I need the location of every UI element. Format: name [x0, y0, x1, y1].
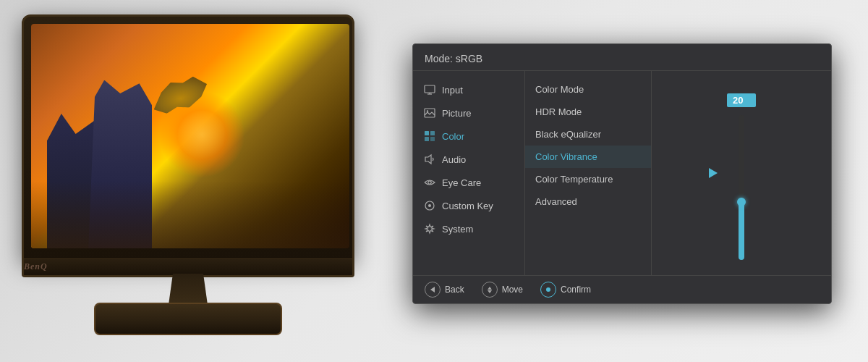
- system-icon: [423, 222, 436, 235]
- audio-icon: [423, 153, 436, 166]
- slider-value: 20: [727, 93, 756, 107]
- footer-confirm: Confirm: [540, 282, 591, 298]
- svg-point-10: [428, 181, 431, 184]
- submenu-hdr-mode[interactable]: HDR Mode: [525, 101, 651, 123]
- nav-item-picture[interactable]: Picture: [413, 101, 524, 125]
- move-label: Move: [502, 285, 523, 295]
- slider-arrow: [709, 168, 718, 178]
- osd-footer: Back Move Confirm: [413, 275, 831, 303]
- nav-system-label: System: [442, 224, 473, 235]
- svg-rect-5: [425, 131, 429, 135]
- move-button-icon[interactable]: [482, 282, 498, 298]
- svg-rect-6: [430, 131, 435, 135]
- nav-item-audio[interactable]: Audio: [413, 148, 524, 171]
- osd-nav: Input Picture Color: [413, 71, 525, 275]
- nav-customkey-label: Custom Key: [442, 201, 493, 211]
- footer-back: Back: [425, 282, 464, 298]
- nav-input-label: Input: [442, 85, 463, 96]
- osd-value-panel: 20: [652, 71, 831, 275]
- submenu-advanced[interactable]: Advanced: [525, 190, 651, 213]
- color-icon: [423, 130, 436, 143]
- eye-icon: [423, 176, 436, 189]
- submenu-black-equalizer[interactable]: Black eQualizer: [525, 123, 651, 146]
- nav-color-label: Color: [442, 131, 464, 142]
- monitor: BenQ: [22, 14, 369, 348]
- back-label: Back: [445, 285, 464, 295]
- monitor-screen: [31, 24, 349, 248]
- slider-thumb: [737, 198, 746, 206]
- slider-track[interactable]: [739, 115, 744, 260]
- svg-point-4: [427, 110, 428, 111]
- picture-icon: [423, 106, 436, 119]
- nav-item-eye-care[interactable]: Eye Care: [413, 171, 524, 194]
- submenu-color-vibrance[interactable]: Color Vibrance: [525, 146, 651, 168]
- svg-point-12: [428, 204, 431, 207]
- monitor-icon: [423, 83, 436, 96]
- submenu-color-mode[interactable]: Color Mode: [525, 78, 651, 101]
- screen-content: [31, 24, 349, 248]
- nav-item-custom-key[interactable]: Custom Key: [413, 194, 524, 217]
- nav-picture-label: Picture: [442, 108, 471, 119]
- svg-rect-3: [425, 109, 435, 117]
- confirm-button-icon[interactable]: [540, 282, 556, 298]
- nav-eyecare-label: Eye Care: [442, 177, 481, 188]
- osd-submenu: Color Mode HDR Mode Black eQualizer Colo…: [525, 71, 652, 275]
- mode-label: Mode: sRGB: [425, 53, 482, 64]
- svg-rect-0: [425, 85, 435, 93]
- main-scene: BenQ Mode: sRGB Input: [0, 0, 868, 362]
- back-button-icon[interactable]: [425, 282, 441, 298]
- screen-fog: [31, 181, 349, 248]
- osd-menu: Mode: sRGB Input Picture: [412, 43, 832, 304]
- monitor-base: [94, 303, 282, 335]
- custom-icon: [423, 199, 436, 212]
- confirm-label: Confirm: [561, 285, 591, 295]
- slider-fill: [739, 202, 744, 260]
- nav-audio-label: Audio: [442, 154, 466, 165]
- confirm-dot-icon: [546, 287, 550, 292]
- monitor-logo: BenQ: [24, 261, 48, 272]
- nav-item-input[interactable]: Input: [413, 78, 524, 101]
- arrow-left-icon: [430, 287, 435, 292]
- osd-body: Input Picture Color: [413, 71, 831, 275]
- svg-rect-7: [425, 137, 429, 141]
- nav-item-system[interactable]: System: [413, 217, 524, 240]
- submenu-color-temperature[interactable]: Color Temperature: [525, 168, 651, 190]
- nav-item-color[interactable]: Color: [413, 125, 524, 148]
- osd-header: Mode: sRGB: [413, 44, 831, 71]
- svg-rect-8: [430, 137, 435, 141]
- svg-marker-9: [425, 155, 431, 164]
- monitor-frame: [22, 14, 354, 261]
- arrow-updown-icon: [488, 287, 492, 293]
- footer-move: Move: [482, 282, 523, 298]
